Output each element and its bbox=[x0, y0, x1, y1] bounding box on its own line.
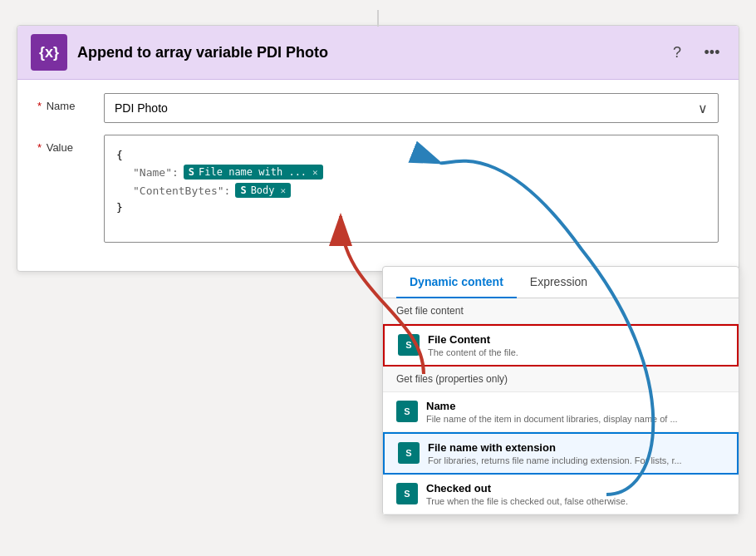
value-required-star: * bbox=[37, 141, 42, 154]
dynamic-content-panel: Dynamic content Expression Get file cont… bbox=[382, 266, 739, 515]
tab-expression[interactable]: Expression bbox=[517, 267, 601, 298]
name-label: * Name bbox=[37, 93, 104, 112]
name-field-row: * Name PDI Photo ∨ bbox=[37, 93, 719, 123]
open-brace: { bbox=[116, 149, 123, 161]
name-item-icon: S bbox=[396, 401, 418, 422]
value-control: { "Name": S File name with ... ✕ "Conten… bbox=[104, 135, 719, 243]
file-content-desc: The content of the file. bbox=[428, 347, 694, 357]
card-header: {x} Append to array variable PDI Photo ?… bbox=[17, 26, 739, 80]
more-icon: ••• bbox=[704, 44, 720, 62]
section-get-files: Get files (properties only) bbox=[383, 367, 739, 392]
json-contentbytes-line: "ContentBytes": S Body ✕ bbox=[133, 183, 706, 198]
contentbytes-chip[interactable]: S Body ✕ bbox=[235, 183, 291, 198]
help-button[interactable]: ? bbox=[664, 39, 690, 66]
contentbytes-chip-icon: S bbox=[240, 185, 246, 196]
name-chip-label: File name with ... bbox=[199, 166, 307, 178]
page-title: Append to array variable PDI Photo bbox=[77, 44, 328, 62]
checked-out-info: Checked out True when the file is checke… bbox=[426, 482, 725, 506]
panel-item-file-name-ext[interactable]: S File name with extension For libraries… bbox=[383, 432, 739, 475]
file-content-info: File Content The content of the file. bbox=[428, 333, 724, 357]
name-select-value: PDI Photo bbox=[115, 101, 168, 115]
value-label: * Value bbox=[37, 135, 104, 154]
file-name-ext-info: File name with extension For libraries, … bbox=[428, 441, 724, 465]
name-chip[interactable]: S File name with ... ✕ bbox=[184, 165, 323, 180]
help-icon: ? bbox=[673, 44, 681, 62]
value-field-row: * Value { "Name": S File name with ... ✕ bbox=[37, 135, 719, 243]
contentbytes-key: "ContentBytes": bbox=[133, 185, 230, 197]
more-button[interactable]: ••• bbox=[699, 39, 725, 66]
card-body: * Name PDI Photo ∨ * Value { bbox=[17, 80, 739, 271]
json-editor[interactable]: { "Name": S File name with ... ✕ "Conten… bbox=[104, 135, 719, 243]
checked-out-icon: S bbox=[396, 483, 418, 504]
close-brace: } bbox=[116, 201, 123, 214]
name-item-info: Name File name of the item in document l… bbox=[426, 400, 725, 424]
header-icon: {x} bbox=[31, 34, 67, 71]
main-card: {x} Append to array variable PDI Photo ?… bbox=[17, 25, 739, 272]
file-content-icon: S bbox=[398, 334, 420, 356]
contentbytes-chip-label: Body bbox=[251, 185, 275, 196]
section-get-file-content: Get file content bbox=[383, 298, 739, 324]
contentbytes-chip-close[interactable]: ✕ bbox=[279, 185, 287, 196]
file-content-name: File Content bbox=[428, 333, 724, 346]
file-name-ext-desc: For libraries, returns file name includi… bbox=[428, 455, 694, 465]
header-actions: ? ••• bbox=[664, 39, 725, 66]
chevron-down-icon: ∨ bbox=[698, 101, 708, 116]
tab-dynamic-content[interactable]: Dynamic content bbox=[396, 267, 517, 298]
name-chip-icon: S bbox=[189, 166, 194, 178]
panel-item-checked-out[interactable]: S Checked out True when the file is chec… bbox=[383, 475, 739, 514]
checked-out-name: Checked out bbox=[426, 482, 725, 494]
panel-item-file-content[interactable]: S File Content The content of the file. bbox=[383, 324, 739, 367]
json-name-line: "Name": S File name with ... ✕ bbox=[133, 165, 706, 180]
checked-out-desc: True when the file is checked out, false… bbox=[426, 496, 692, 506]
name-chip-close[interactable]: ✕ bbox=[311, 167, 318, 178]
file-name-ext-icon: S bbox=[398, 442, 420, 464]
file-name-ext-name: File name with extension bbox=[428, 441, 724, 454]
name-item-desc: File name of the item in document librar… bbox=[426, 414, 692, 424]
name-required-star: * bbox=[37, 100, 42, 112]
header-left: {x} Append to array variable PDI Photo bbox=[31, 34, 328, 71]
panel-item-name[interactable]: S Name File name of the item in document… bbox=[383, 392, 739, 432]
panel-tabs: Dynamic content Expression bbox=[383, 267, 739, 298]
name-key: "Name": bbox=[133, 166, 179, 179]
json-close-brace-line: } bbox=[116, 201, 706, 214]
name-item-name: Name bbox=[426, 400, 725, 412]
name-control: PDI Photo ∨ bbox=[104, 93, 719, 123]
name-select[interactable]: PDI Photo ∨ bbox=[104, 93, 719, 123]
json-open-brace-line: { bbox=[116, 149, 706, 161]
